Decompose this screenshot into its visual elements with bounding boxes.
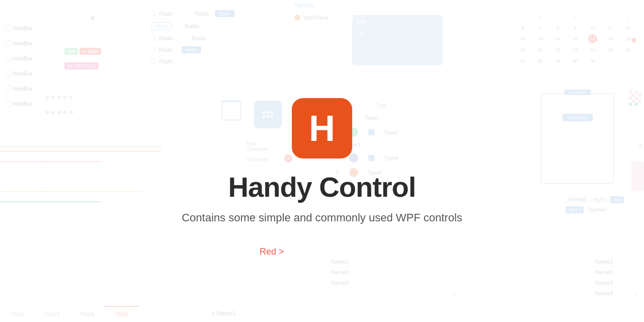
bg-tag-blue2: Text × — [566, 206, 584, 213]
bg-comment-area: NewComment 7 Comment Reply Reply — [247, 141, 268, 219]
bg-green-plus: + — [637, 141, 643, 151]
bg-name-tree: > Name1 — [206, 305, 241, 322]
bg-badge-gitter: on gitter — [79, 48, 101, 55]
bg-dots-area — [45, 96, 73, 114]
bg-tag-text: Text × — [590, 196, 608, 203]
bg-slider-3 — [0, 191, 141, 192]
bg-slider-5 — [0, 146, 161, 147]
bg-close-icon: ✕ — [90, 14, 96, 22]
bg-pipelines-title: Pipelines — [292, 0, 392, 11]
bg-groupbox: GroupBox GroupBox — [541, 93, 614, 184]
bg-title-card: Title Title — [352, 15, 443, 65]
bg-tags-area: TextText Text × Top Text × TextText — [566, 196, 624, 213]
bg-namelist-left: Name1 Name2 Name3 — [327, 257, 387, 288]
bg-slider-4 — [0, 201, 101, 202]
bg-radio-panel: Radio Radio Radio Radio Radio Radio Radi… — [146, 0, 247, 74]
background-mockup: heckBox heckBox heckBox heckBox heckBox … — [0, 0, 644, 322]
bg-tab-title5: Title5 — [104, 306, 139, 322]
bg-pink-figure — [631, 161, 644, 191]
bg-calendar: ≡ S M T W T F S 6 7 8 9 10 11 12 13 14 1… — [513, 0, 644, 70]
bg-tag-texttext2: TextText — [586, 206, 608, 213]
bg-spinner — [221, 101, 242, 121]
bg-tab-title4: Title4 — [69, 306, 104, 322]
bg-groupbox-title: GroupBox — [564, 90, 590, 95]
bg-badge-qq-row: qq 714704041 — [64, 60, 99, 69]
bg-nav-arrow-right: › — [635, 289, 637, 298]
bg-slider-2 — [0, 161, 101, 162]
bg-blue-square — [254, 101, 282, 128]
bg-title-tabs: Title2 Title3 Title4 Title5 — [0, 306, 139, 322]
bg-nav-arrow-left: ‹ — [453, 289, 455, 298]
bg-table: Selected Type Type1 2 Type2 Type3 4 Type… — [332, 101, 473, 180]
bg-badges-area: chat on gitter — [64, 48, 101, 55]
bg-namelist-right: Name1 Name2 Name3 Name4 — [591, 257, 641, 299]
bg-tab-title2: Title2 — [0, 306, 35, 322]
red-arrow-text: Red > — [260, 247, 284, 257]
bg-groupbox-inner: GroupBox — [562, 114, 592, 121]
bg-tab-title3: Title3 — [35, 306, 69, 322]
bg-slider-1 — [0, 151, 161, 152]
bg-badge-qq: qq 714704041 — [64, 62, 99, 69]
bg-badge-chat: chat — [64, 48, 78, 55]
bg-checkered-pattern — [629, 91, 644, 121]
bg-tag-top: Top — [610, 196, 624, 203]
bg-tag-texttext: TextText — [566, 196, 588, 203]
